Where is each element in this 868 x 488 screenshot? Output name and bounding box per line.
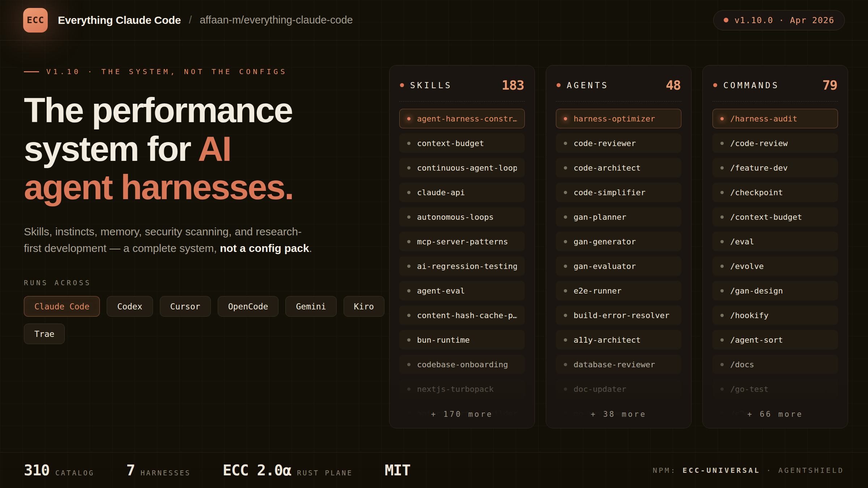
chip-gemini[interactable]: Gemini	[285, 296, 336, 317]
version-badge[interactable]: v1.10.0 · Apr 2026	[713, 10, 845, 30]
npm-package-name[interactable]: ECC-UNIVERSAL	[682, 466, 760, 475]
list-item-label: e2e-runner	[574, 286, 621, 295]
card-count: 48	[666, 78, 681, 93]
item-dot-icon	[720, 265, 724, 268]
list-item-label: context-budget	[417, 139, 484, 148]
list-item-label: /code-review	[730, 139, 788, 148]
app-title: Everything Claude Code	[58, 14, 181, 26]
list-item[interactable]: database-reviewer	[556, 355, 681, 374]
chip-claude-code[interactable]: Claude Code	[24, 296, 100, 317]
list-item[interactable]: agent-harness-constr…	[399, 109, 525, 128]
list-item[interactable]: code-simplifier	[556, 183, 681, 202]
ecc-logo[interactable]: ECC	[23, 8, 48, 33]
list-item-label: codebase-onboarding	[417, 360, 508, 369]
list-item-label: /go-test	[730, 385, 769, 394]
list-item-label: nextjs-turbopack	[417, 385, 494, 394]
item-dot-icon	[407, 314, 410, 317]
list-item-label: /docs	[730, 360, 754, 369]
list-item[interactable]: code-reviewer	[556, 133, 681, 153]
list-item[interactable]: mcp-server-patterns	[399, 232, 525, 251]
list-item[interactable]: gan-planner	[556, 207, 681, 227]
list-item[interactable]: /go-test	[712, 379, 838, 399]
list-item[interactable]: /eval	[712, 232, 838, 251]
item-dot-icon	[407, 338, 410, 342]
list-item[interactable]: bun-runtime	[399, 330, 525, 350]
list-item[interactable]: doc-updater	[556, 379, 681, 399]
item-dot-icon	[564, 314, 567, 317]
list-item[interactable]: /code-review	[712, 133, 838, 153]
card-separator	[712, 101, 838, 102]
list-item[interactable]: agent-eval	[399, 281, 525, 300]
card-commands: COMMANDS79/harness-audit/code-review/fea…	[702, 65, 848, 428]
list-item[interactable]: gan-evaluator	[556, 256, 681, 276]
list-item-label: autonomous-loops	[417, 213, 494, 222]
list-item[interactable]: ai-regression-testing	[399, 256, 525, 276]
card-dot-icon	[400, 83, 404, 87]
item-dot-icon	[407, 289, 410, 292]
list-item-label: gan-evaluator	[574, 262, 636, 271]
footer-stat-label: HARNESSES	[141, 469, 191, 477]
list-item[interactable]: /docs	[712, 355, 838, 374]
list-item[interactable]: context-budget	[399, 133, 525, 153]
list-item[interactable]: /evolve	[712, 256, 838, 276]
npm-label: NPM:	[653, 466, 677, 475]
list-item-label: agent-eval	[417, 286, 465, 295]
footer-stat: MIT	[385, 462, 410, 479]
list-item[interactable]: a11y-architect	[556, 330, 681, 350]
item-dot-icon	[564, 289, 567, 292]
list-item[interactable]: /feature-dev	[712, 158, 838, 177]
list-item[interactable]: /gan-design	[712, 281, 838, 300]
item-dot-icon	[720, 142, 724, 145]
list-item-label: database-reviewer	[574, 360, 655, 369]
list-item-label: /evolve	[730, 262, 764, 271]
list-item[interactable]: content-hash-cache-p…	[399, 305, 525, 325]
footer-stat: ECC 2.0αRUST PLANE	[223, 462, 353, 479]
item-dot-icon	[564, 142, 567, 145]
chip-opencode[interactable]: OpenCode	[218, 296, 279, 317]
chip-codex[interactable]: Codex	[107, 296, 153, 317]
list-item[interactable]: gan-generator	[556, 232, 681, 251]
item-dot-icon	[720, 388, 724, 391]
list-item[interactable]: e2e-runner	[556, 281, 681, 300]
version-badge-label: v1.10.0 · Apr 2026	[735, 16, 834, 25]
list-item[interactable]: nextjs-turbopack	[399, 379, 525, 399]
list-item[interactable]: build-error-resolver	[556, 305, 681, 325]
chip-cursor[interactable]: Cursor	[160, 296, 211, 317]
list-item-label: doc-updater	[574, 385, 626, 394]
item-dot-icon	[407, 240, 410, 243]
card-title: SKILLS	[410, 81, 452, 90]
card-header: SKILLS183	[399, 76, 525, 93]
npm-info: NPM: ECC-UNIVERSAL · AGENTSHIELD	[653, 466, 844, 475]
item-dot-icon	[720, 191, 724, 194]
list-item-label: build-error-resolver	[574, 311, 669, 320]
catalog-columns: SKILLS183agent-harness-constr…context-bu…	[389, 65, 848, 428]
item-dot-icon	[720, 363, 724, 366]
list-item[interactable]: continuous-agent-loop	[399, 158, 525, 177]
footer-stat: 7HARNESSES	[126, 462, 191, 479]
list-item[interactable]: autonomous-loops	[399, 207, 525, 227]
footer-stat-value: 310	[24, 462, 50, 479]
card-separator	[556, 101, 681, 102]
list-item[interactable]: codebase-onboarding	[399, 355, 525, 374]
list-item[interactable]: /checkpoint	[712, 183, 838, 202]
list-item[interactable]: /context-budget	[712, 207, 838, 227]
list-item[interactable]: claude-api	[399, 183, 525, 202]
item-dot-icon	[564, 338, 567, 342]
item-dot-icon	[407, 363, 410, 366]
card-count: 183	[502, 78, 524, 93]
list-item[interactable]: /hookify	[712, 305, 838, 325]
npm-suffix: · AGENTSHIELD	[766, 466, 844, 475]
list-item[interactable]: /agent-sort	[712, 330, 838, 350]
chip-kiro[interactable]: Kiro	[344, 296, 384, 317]
list-item[interactable]: /harness-audit	[712, 109, 838, 128]
chip-trae[interactable]: Trae	[24, 324, 65, 344]
item-dot-icon	[720, 166, 724, 170]
list-item[interactable]: harness-optimizer	[556, 109, 681, 128]
footer-stats: 310CATALOG7HARNESSESECC 2.0αRUST PLANEMI…	[24, 462, 410, 479]
list-item-label: ai-regression-testing	[417, 262, 517, 271]
card-agents: AGENTS48harness-optimizercode-reviewerco…	[546, 65, 692, 428]
repo-breadcrumb[interactable]: affaan-m/everything-claude-code	[200, 14, 353, 26]
harness-chips: Claude CodeCodexCursorOpenCodeGeminiKiro…	[24, 296, 389, 344]
list-item[interactable]: code-architect	[556, 158, 681, 177]
footer: 310CATALOG7HARNESSESECC 2.0αRUST PLANEMI…	[0, 452, 868, 488]
